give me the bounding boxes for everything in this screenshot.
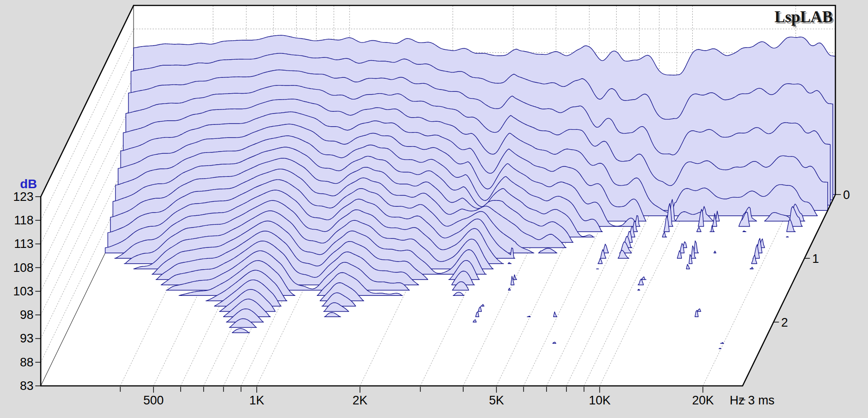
freq-tick-label: 20K (692, 394, 714, 407)
time-axis-end-label: 3 ms (748, 394, 775, 407)
db-tick-label: 108 (13, 261, 34, 275)
freq-tick-label: 500 (143, 394, 163, 407)
waterfall-slice (719, 348, 721, 349)
freq-tick-label: 5K (489, 394, 504, 407)
app-title: LspLAB (775, 8, 833, 26)
time-tick-label: 2 (781, 316, 788, 329)
db-tick-label: 118 (14, 214, 34, 227)
db-tick-label: 103 (13, 285, 34, 298)
db-tick-label: 83 (20, 379, 34, 393)
freq-tick-label: 10K (589, 394, 610, 407)
db-tick-label: 113 (14, 237, 34, 251)
db-tick-label: 93 (20, 332, 34, 345)
time-tick-label: 0 (843, 188, 850, 202)
freq-tick-label: 2K (352, 394, 367, 407)
time-tick-label: 1 (812, 252, 819, 266)
freq-tick-label: 1K (249, 394, 264, 407)
csd-waterfall-chart: 123118113108103989388835001K2K5K10K20K01… (0, 0, 868, 418)
db-tick-label: 123 (13, 190, 34, 204)
db-tick-label: 88 (20, 356, 34, 369)
hz-axis-unit-label: Hz (730, 394, 745, 407)
db-tick-label: 98 (20, 308, 34, 322)
lsplab-window: 123118113108103989388835001K2K5K10K20K01… (0, 0, 868, 418)
db-axis-label: dB (20, 177, 37, 191)
